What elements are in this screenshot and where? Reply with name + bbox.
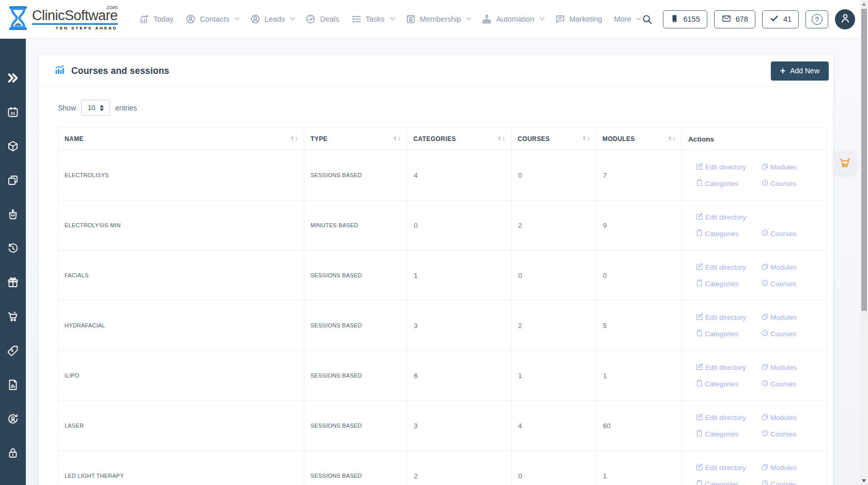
- action-edit-link[interactable]: Edit directory: [695, 262, 761, 272]
- action-edit-link[interactable]: Edit directory: [695, 413, 761, 423]
- action-categories-link[interactable]: Categories: [695, 429, 761, 439]
- nav-item-contacts[interactable]: Contacts: [185, 14, 238, 24]
- action-categories-link[interactable]: Categories: [695, 279, 761, 288]
- page-scrollbar: [860, 0, 868, 485]
- cell-categories: 3: [407, 301, 512, 351]
- tasks-counter-badge[interactable]: 41: [762, 10, 799, 28]
- action-categories-link[interactable]: Categories: [695, 379, 761, 388]
- action-courses-link[interactable]: Courses: [761, 279, 827, 288]
- action-courses-link[interactable]: Courses: [761, 379, 827, 388]
- action-edit-link[interactable]: Edit directory: [695, 312, 761, 322]
- edit-icon: [695, 463, 704, 473]
- sidebar-item-user-sync[interactable]: [6, 412, 20, 426]
- action-courses-link[interactable]: Courses: [761, 429, 827, 439]
- action-edit-link[interactable]: Edit directory: [695, 162, 761, 172]
- action-categories-link[interactable]: Categories: [695, 179, 761, 188]
- sidebar-item-history[interactable]: [6, 242, 20, 255]
- floating-cart-button[interactable]: [833, 151, 857, 175]
- nav-item-membership[interactable]: Membership: [406, 14, 470, 24]
- mail-counter-badge[interactable]: 678: [714, 10, 755, 28]
- action-modules-link[interactable]: Modules: [761, 162, 827, 172]
- action-categories-link[interactable]: Categories: [695, 479, 761, 485]
- brand-text: ClinicSoftware .com TEN STEPS AHEAD: [32, 8, 118, 30]
- search-icon[interactable]: [640, 12, 654, 26]
- sidebar-item-cube[interactable]: [6, 139, 20, 153]
- modules-icon: [761, 413, 769, 423]
- user-sync-icon: [7, 413, 19, 425]
- help-button[interactable]: ?: [805, 10, 828, 28]
- nav-item-tasks[interactable]: Tasks: [351, 14, 394, 24]
- action-courses-link[interactable]: Courses: [761, 479, 827, 485]
- select-arrows-icon: [100, 105, 104, 111]
- edit-icon: [695, 312, 704, 322]
- action-modules-link[interactable]: Modules: [761, 262, 827, 272]
- action-link-label: Courses: [770, 330, 796, 338]
- action-link-label: Categories: [705, 330, 738, 338]
- scroll-up-arrow-icon[interactable]: [862, 3, 866, 6]
- entries-label: entries: [115, 104, 137, 112]
- action-link-label: Categories: [705, 380, 738, 388]
- action-courses-link[interactable]: Courses: [761, 229, 827, 238]
- sidebar-item-bag-download[interactable]: [6, 208, 20, 221]
- sidebar-item-calendar-31[interactable]: 31: [6, 105, 20, 119]
- sidebar-item-price-tag[interactable]: $: [6, 344, 20, 357]
- phone-counter-badge[interactable]: 6155: [663, 10, 707, 28]
- action-categories-link[interactable]: Categories: [695, 329, 761, 338]
- history-icon: [7, 242, 19, 255]
- action-edit-link[interactable]: Edit directory: [695, 212, 763, 222]
- column-header-name[interactable]: NAME ↑↓: [58, 128, 304, 150]
- nav-item-leads[interactable]: Leads: [250, 14, 294, 24]
- column-header-courses[interactable]: COURSES ↑↓: [512, 128, 596, 150]
- sidebar-item-double-chevron-right[interactable]: [6, 71, 20, 85]
- categories-icon: [695, 329, 703, 338]
- cell-type: SESSIONS BASED: [304, 301, 407, 351]
- action-modules-link[interactable]: Modules: [761, 363, 827, 372]
- action-link-label: Courses: [770, 180, 796, 187]
- sort-icon: ↑↓: [393, 136, 401, 142]
- table-row: HYDRAFACIALSESSIONS BASED325Edit directo…: [58, 301, 827, 351]
- sort-icon: ↑↓: [290, 136, 299, 142]
- action-link-label: Courses: [770, 430, 796, 438]
- action-link-label: Categories: [705, 180, 738, 187]
- page-title: Courses and sessions: [71, 66, 169, 76]
- sidebar-item-copy-pages[interactable]: [6, 174, 20, 187]
- sidebar-item-gift[interactable]: [6, 276, 20, 289]
- sidebar-item-lock[interactable]: [6, 446, 20, 460]
- cell-modules: 0: [596, 251, 682, 301]
- sidebar-item-shopping-cart[interactable]: [6, 310, 20, 323]
- action-courses-link[interactable]: Courses: [761, 329, 827, 338]
- action-modules-link[interactable]: Modules: [761, 312, 827, 322]
- add-new-button[interactable]: + Add New: [771, 61, 829, 81]
- action-link-label: Edit directory: [705, 414, 746, 421]
- brand-logo[interactable]: ClinicSoftware .com TEN STEPS AHEAD: [7, 5, 132, 33]
- action-edit-link[interactable]: Edit directory: [695, 463, 761, 473]
- scrollbar-thumb[interactable]: [861, 9, 867, 311]
- cell-modules: 7: [596, 150, 682, 200]
- nav-item-today[interactable]: Today: [140, 14, 174, 24]
- phone-count: 6155: [683, 15, 700, 23]
- action-edit-link[interactable]: Edit directory: [695, 363, 761, 372]
- nav-item-automation[interactable]: Automation: [482, 14, 542, 24]
- action-modules-link[interactable]: Modules: [761, 463, 827, 473]
- plus-icon: +: [780, 66, 786, 75]
- action-courses-link[interactable]: Courses: [761, 179, 827, 188]
- page-size-select[interactable]: 10: [81, 100, 110, 116]
- cell-courses: 0: [512, 451, 596, 485]
- action-modules-link[interactable]: Modules: [761, 413, 827, 423]
- nav-item-marketing[interactable]: Marketing: [555, 14, 602, 24]
- action-categories-link[interactable]: Categories: [695, 229, 761, 238]
- cell-categories: 4: [407, 150, 512, 200]
- cell-courses: 2: [512, 301, 596, 351]
- column-header-type[interactable]: TYPE ↑↓: [304, 128, 407, 150]
- sort-icon: ↑↓: [497, 136, 506, 142]
- nav-item-more[interactable]: More: [614, 15, 640, 23]
- page-size-value: 10: [88, 104, 96, 112]
- cell-categories: 3: [407, 401, 512, 451]
- checkmark-icon: [769, 14, 779, 24]
- scroll-down-arrow-icon[interactable]: [862, 479, 866, 482]
- column-header-modules[interactable]: MODULES ↑↓: [596, 128, 682, 150]
- nav-item-deals[interactable]: Deals: [305, 14, 339, 24]
- user-avatar[interactable]: [835, 9, 855, 29]
- sidebar-item-report-document[interactable]: [6, 378, 20, 392]
- column-header-categories[interactable]: CATEGORIES ↑↓: [407, 128, 512, 150]
